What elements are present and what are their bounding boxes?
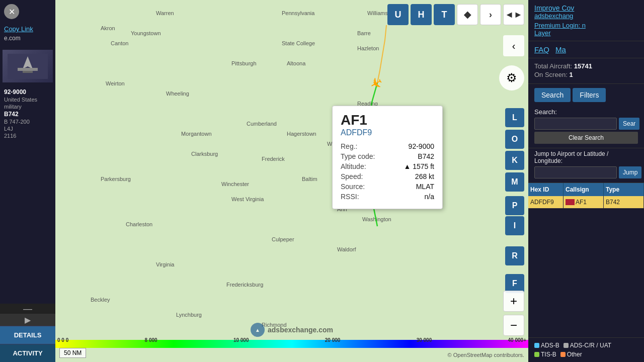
zoom-out-button[interactable]: − xyxy=(503,315,524,336)
btn-k[interactable]: K xyxy=(505,151,524,170)
left-full-type: B 747-200 xyxy=(4,119,51,125)
map-label-clarksburg: Clarksburg xyxy=(191,151,218,157)
watermark: ▲ adsbexchange.com xyxy=(251,323,333,337)
close-button[interactable]: ✕ xyxy=(4,4,19,19)
details-button[interactable]: DETAILS xyxy=(0,326,55,344)
col-hex-id: Hex ID xyxy=(528,183,564,196)
map-label-state-college: State College xyxy=(282,40,315,46)
left-flight: 2116 xyxy=(4,133,51,139)
popup-reg-value: 92-9000 xyxy=(409,142,434,150)
gear-button[interactable]: ⚙ xyxy=(499,65,524,90)
zoom-in-button[interactable]: + xyxy=(503,291,524,312)
legend-row1: ADS-B ADS-C/R / UAT xyxy=(534,342,638,349)
popup-source-row: Source: MLAT xyxy=(341,183,434,191)
search-row: Sear xyxy=(534,118,638,130)
popup-speed-label: Speed: xyxy=(341,172,363,180)
popup-type-label: Type code: xyxy=(341,152,375,160)
map-label-washington: Washington xyxy=(362,216,391,222)
premium-login-link[interactable]: Premium Login: n xyxy=(534,22,638,29)
cell-type: B742 xyxy=(604,196,644,208)
btn-p[interactable]: P xyxy=(505,196,524,215)
nav-faq[interactable]: FAQ xyxy=(534,45,549,54)
legend-tis[interactable]: TIS-B xyxy=(534,351,556,358)
layer-link[interactable]: Layer xyxy=(534,29,638,37)
search-input[interactable] xyxy=(534,118,617,130)
map-container[interactable]: Warren Akron Youngstown Pennsylvania Wil… xyxy=(55,0,528,362)
adsbexchange-link[interactable]: adsbexchang xyxy=(534,12,638,20)
copy-link-button[interactable]: Copy Link xyxy=(4,25,51,33)
right-search-section: Search: Sear Clear Search xyxy=(528,106,644,148)
map-label-frederick: Frederick xyxy=(262,156,285,162)
back-button[interactable]: ‹ xyxy=(503,35,524,56)
search-go-button[interactable]: Sear xyxy=(619,118,639,130)
popup-altitude-label: Altitude: xyxy=(341,162,366,170)
clear-search-button[interactable]: Clear Search xyxy=(534,132,638,144)
btn-u[interactable]: U xyxy=(387,4,409,25)
btn-i[interactable]: I xyxy=(505,216,524,235)
popup-hex: ADFDF9 xyxy=(341,128,434,137)
filters-button[interactable]: Filters xyxy=(573,88,606,102)
nav-map[interactable]: Ma xyxy=(555,45,566,54)
label-40000: 40 000+ xyxy=(508,337,526,343)
color-bar-labels: 0 0 0 8 000 10 000 20 000 30 000 40 000+ xyxy=(55,337,528,343)
label-20000: 20 000 xyxy=(325,337,341,343)
legend-adsb[interactable]: ADS-B xyxy=(534,342,559,349)
popup-type-row: Type code: B742 xyxy=(341,152,434,160)
label-8000: 8 000 xyxy=(145,337,157,343)
right-nav-links: FAQ Ma xyxy=(528,41,644,58)
map-label-warren: Warren xyxy=(156,10,174,16)
btn-r[interactable]: R xyxy=(505,246,524,265)
svg-rect-3 xyxy=(23,71,33,73)
svg-rect-2 xyxy=(18,68,38,71)
label-10000: 10 000 xyxy=(233,337,249,343)
btn-arrows[interactable]: ◄► xyxy=(503,4,524,25)
btn-t[interactable]: T xyxy=(434,4,455,25)
improve-coverage-link[interactable]: Improve Cov xyxy=(534,4,638,12)
on-screen-stat: On Screen: 1 xyxy=(534,71,638,78)
prev-arrow-button[interactable]: ▶ xyxy=(0,314,55,326)
adsb-label: ADS-B xyxy=(541,342,559,349)
map-label-hagerstown: Hagerstown xyxy=(287,131,316,137)
btn-l[interactable]: L xyxy=(505,108,524,127)
btn-h[interactable]: H xyxy=(411,4,432,25)
map-label-beckley: Beckley xyxy=(91,297,110,303)
left-squawk: L4J xyxy=(4,126,51,132)
popup-altitude-row: Altitude: ▲ 1575 ft xyxy=(341,162,434,170)
map-label-cumberland: Cumberland xyxy=(247,121,277,127)
bottom-legend: ADS-B ADS-C/R / UAT TIS-B Other xyxy=(528,337,644,362)
btn-layer[interactable]: ◆ xyxy=(457,4,478,25)
left-action-buttons: — ▶ DETAILS ACTIVITY xyxy=(0,304,55,362)
jump-input[interactable] xyxy=(534,166,617,178)
legend-row2: TIS-B Other xyxy=(534,351,638,358)
popup-reg-row: Reg.: 92-9000 xyxy=(341,142,434,150)
site-url: e.com xyxy=(4,35,51,42)
btn-m[interactable]: M xyxy=(505,172,524,192)
label-0: 0 0 0 xyxy=(57,337,68,343)
color-bar: 0 0 0 8 000 10 000 20 000 30 000 40 000+ xyxy=(55,340,528,348)
btn-o[interactable]: O xyxy=(505,130,524,149)
activity-button[interactable]: ACTIVITY xyxy=(0,344,55,362)
popup-rssi-row: RSSI: n/a xyxy=(341,193,434,201)
left-aircraft-info: 92-9000 United States military B742 B 74… xyxy=(0,86,55,142)
search-button[interactable]: Search xyxy=(534,88,571,102)
map-label-parkersburg: Parkersburg xyxy=(101,176,131,182)
flag-us xyxy=(566,199,575,205)
aircraft-popup: AF1 ADFDF9 Reg.: 92-9000 Type code: B742… xyxy=(332,106,443,209)
jump-button[interactable]: Jump xyxy=(619,166,641,178)
aircraft-icon: ✈ xyxy=(366,72,386,94)
btn-next[interactable]: › xyxy=(480,4,501,25)
map-background[interactable]: Warren Akron Youngstown Pennsylvania Wil… xyxy=(55,0,528,362)
other-label: Other xyxy=(567,351,582,358)
popup-rssi-value: n/a xyxy=(425,193,434,201)
legend-adsc[interactable]: ADS-C/R / UAT xyxy=(564,342,611,349)
popup-callsign: AF1 xyxy=(341,112,434,128)
right-panel: Improve Cov adsbexchang Premium Login: n… xyxy=(528,0,644,362)
map-label-baltimore: Baltim xyxy=(302,176,317,182)
col-callsign: Callsign xyxy=(564,183,604,196)
map-label-waldorf: Waldorf xyxy=(337,246,356,252)
legend-other[interactable]: Other xyxy=(560,351,582,358)
table-row[interactable]: ADFDF9 AF1 B742 xyxy=(528,196,644,209)
adsc-label: ADS-C/R / UAT xyxy=(570,342,611,349)
jump-row: Jump xyxy=(534,166,638,178)
map-label-morgantown: Morgantown xyxy=(181,131,212,137)
